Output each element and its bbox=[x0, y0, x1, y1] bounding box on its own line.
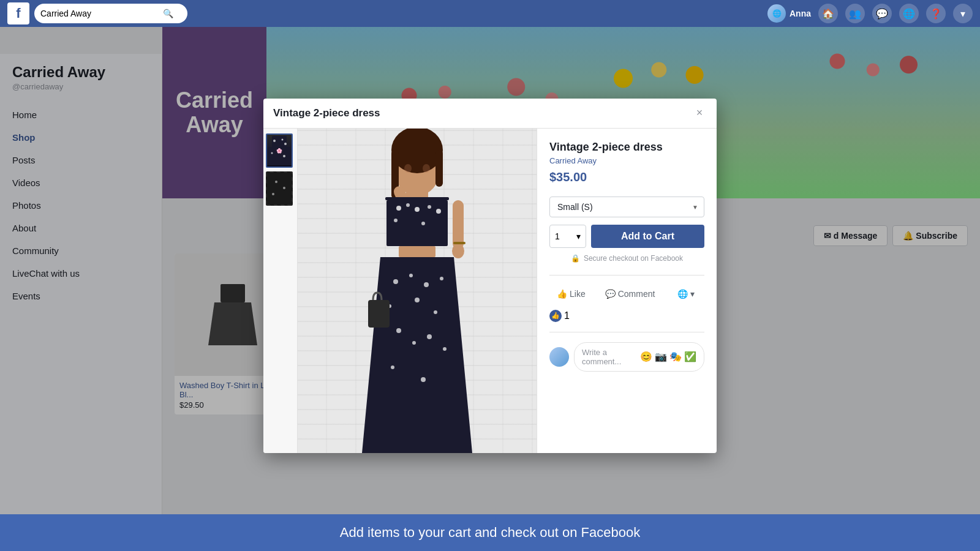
product-shop: Carried Away bbox=[549, 156, 704, 165]
svg-rect-50 bbox=[368, 300, 390, 328]
comment-area: Write a comment... 😊 📷 🎭 ✅ bbox=[549, 342, 704, 372]
svg-point-40 bbox=[440, 277, 443, 280]
svg-point-30 bbox=[415, 207, 420, 212]
more-emoji-icon[interactable]: ✅ bbox=[684, 351, 696, 362]
share-button[interactable]: 🌐 ▾ bbox=[667, 285, 704, 302]
reactions-bar: 👍 Like 💬 Comment 🌐 ▾ bbox=[549, 285, 704, 302]
qty-cart-row: 1 ▾ Add to Cart bbox=[549, 225, 704, 248]
svg-point-38 bbox=[409, 274, 413, 277]
comment-emoji-icons: 😊 📷 🎭 ✅ bbox=[640, 351, 696, 362]
svg-point-52 bbox=[452, 244, 464, 258]
svg-point-43 bbox=[434, 310, 437, 314]
modal-right-panel: Vintage 2-piece dress Carried Away $35.0… bbox=[537, 129, 717, 453]
svg-point-17 bbox=[272, 193, 274, 195]
like-button[interactable]: 👍 Like bbox=[549, 285, 593, 302]
commenter-avatar bbox=[549, 347, 569, 367]
like-count-badge: 👍 bbox=[549, 310, 562, 322]
svg-rect-35 bbox=[399, 246, 435, 257]
product-main-image bbox=[298, 129, 537, 453]
size-select[interactable]: Small (S) Medium (M) Large (L) X-Large (… bbox=[549, 197, 704, 217]
svg-point-31 bbox=[428, 205, 431, 209]
sticker-icon[interactable]: 📷 bbox=[655, 351, 667, 362]
svg-point-15 bbox=[275, 181, 277, 183]
svg-point-32 bbox=[436, 209, 441, 214]
svg-point-39 bbox=[424, 282, 429, 287]
svg-marker-36 bbox=[362, 257, 472, 453]
svg-point-16 bbox=[283, 187, 285, 189]
product-thumbnails bbox=[263, 129, 298, 453]
comment-button[interactable]: 💬 Comment bbox=[598, 285, 663, 302]
globe-reaction-icon: 🌐 bbox=[677, 289, 688, 299]
add-to-cart-button[interactable]: Add to Cart bbox=[591, 225, 704, 248]
product-modal: Vintage 2-piece dress × bbox=[263, 99, 717, 453]
divider-2 bbox=[549, 332, 704, 332]
svg-rect-14 bbox=[267, 173, 292, 204]
svg-point-33 bbox=[394, 219, 398, 222]
svg-point-11 bbox=[284, 143, 287, 145]
like-label: Like bbox=[570, 289, 586, 299]
svg-point-37 bbox=[393, 279, 398, 284]
svg-point-28 bbox=[396, 206, 401, 211]
svg-point-47 bbox=[443, 347, 447, 351]
size-selector-wrapper[interactable]: Small (S) Medium (M) Large (L) X-Large (… bbox=[549, 197, 704, 217]
svg-point-29 bbox=[406, 203, 410, 207]
quantity-chevron: ▾ bbox=[576, 231, 581, 241]
modal-overlay: Vintage 2-piece dress × bbox=[0, 0, 980, 551]
share-chevron: ▾ bbox=[690, 289, 695, 299]
like-icon: 👍 bbox=[557, 289, 567, 299]
svg-rect-26 bbox=[385, 197, 449, 200]
quantity-selector[interactable]: 1 ▾ bbox=[549, 225, 586, 248]
svg-point-23 bbox=[404, 164, 412, 173]
divider-1 bbox=[549, 275, 704, 276]
like-count-row: 👍 1 bbox=[549, 310, 704, 322]
modal-body: Vintage 2-piece dress Carried Away $35.0… bbox=[263, 129, 717, 453]
comment-label: Comment bbox=[618, 289, 655, 299]
svg-point-9 bbox=[273, 140, 276, 142]
svg-point-24 bbox=[423, 164, 430, 173]
modal-title: Vintage 2-piece dress bbox=[273, 107, 380, 119]
svg-point-34 bbox=[421, 222, 425, 225]
secure-checkout-label: 🔒 Secure checkout on Facebook bbox=[549, 254, 704, 263]
modal-header: Vintage 2-piece dress × bbox=[263, 99, 717, 129]
svg-point-48 bbox=[391, 365, 394, 369]
svg-point-44 bbox=[396, 328, 401, 333]
svg-rect-22 bbox=[435, 150, 443, 187]
comment-icon: 💬 bbox=[605, 289, 616, 299]
quantity-value: 1 bbox=[555, 231, 560, 241]
svg-point-49 bbox=[421, 377, 426, 382]
svg-point-46 bbox=[427, 334, 432, 339]
svg-point-45 bbox=[412, 341, 416, 345]
thumbnail-1[interactable] bbox=[266, 133, 293, 168]
svg-marker-8 bbox=[267, 147, 292, 165]
comment-placeholder: Write a comment... bbox=[582, 348, 640, 366]
like-count: 1 bbox=[564, 310, 570, 321]
product-price: $35.00 bbox=[549, 170, 704, 184]
svg-rect-53 bbox=[453, 242, 466, 244]
svg-point-12 bbox=[271, 152, 273, 154]
emoji-icon[interactable]: 😊 bbox=[640, 351, 652, 362]
lock-icon: 🔒 bbox=[571, 254, 580, 263]
svg-point-42 bbox=[415, 298, 420, 302]
gif-icon[interactable]: 🎭 bbox=[669, 351, 682, 362]
product-title: Vintage 2-piece dress bbox=[549, 141, 704, 154]
svg-point-13 bbox=[283, 155, 285, 157]
comment-input-wrapper[interactable]: Write a comment... 😊 📷 🎭 ✅ bbox=[574, 342, 704, 372]
modal-close-button[interactable]: × bbox=[692, 106, 707, 121]
svg-point-20 bbox=[391, 129, 443, 173]
secure-checkout-text: Secure checkout on Facebook bbox=[584, 254, 683, 263]
svg-point-10 bbox=[282, 138, 284, 140]
thumbnail-2[interactable] bbox=[266, 171, 293, 206]
